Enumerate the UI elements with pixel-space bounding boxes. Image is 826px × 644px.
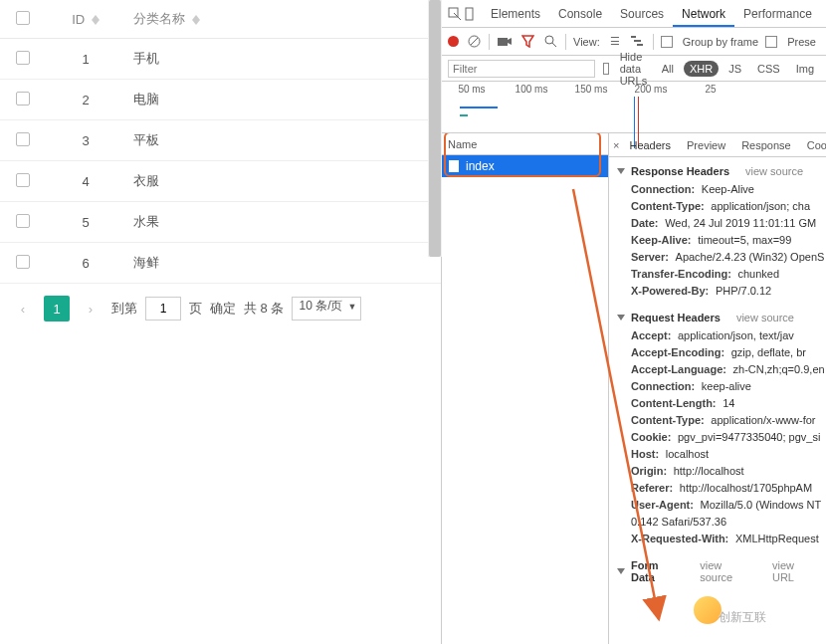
- devtools-tab-console[interactable]: Console: [549, 1, 611, 27]
- request-detail: × HeadersPreviewResponseCoo Response Hea…: [609, 133, 826, 644]
- confirm-button[interactable]: 确定: [210, 300, 236, 318]
- header-row: User-Agent: Mozilla/5.0 (Windows NT: [617, 497, 818, 514]
- header-row: Content-Length: 14: [617, 395, 818, 412]
- page-size-select[interactable]: 10 条/页: [292, 297, 361, 321]
- svg-rect-15: [637, 44, 643, 46]
- file-icon: [448, 159, 460, 173]
- row-checkbox[interactable]: [16, 255, 30, 269]
- svg-rect-8: [498, 38, 508, 46]
- detail-tab-headers[interactable]: Headers: [621, 135, 679, 155]
- request-item[interactable]: index: [442, 155, 608, 177]
- goto-page-input[interactable]: [145, 297, 181, 321]
- devtools-panel: ElementsConsoleSourcesNetworkPerformance…: [442, 0, 826, 644]
- header-row: Connection: keep-alive: [617, 378, 818, 395]
- detail-tab-preview[interactable]: Preview: [679, 135, 733, 155]
- table-row[interactable]: 3平板: [0, 120, 441, 161]
- devtools-tab-sources[interactable]: Sources: [611, 1, 673, 27]
- col-id: ID: [72, 12, 85, 27]
- row-checkbox[interactable]: [16, 51, 30, 65]
- admin-table-panel: ID 分类名称 1手机2电脑3平板4衣服5水果6海鲜: [0, 0, 442, 644]
- page-current[interactable]: 1: [44, 296, 70, 322]
- table-row[interactable]: 1手机: [0, 39, 441, 80]
- header-row: Referer: http://localhost/1705phpAM: [617, 480, 818, 497]
- header-row: Keep-Alive: timeout=5, max=99: [617, 232, 818, 249]
- type-filter-css[interactable]: CSS: [751, 61, 786, 77]
- svg-point-11: [545, 36, 553, 44]
- devtools-tab-network[interactable]: Network: [673, 1, 734, 27]
- svg-marker-1: [92, 20, 100, 25]
- group-checkbox[interactable]: [661, 36, 673, 48]
- type-filter-all[interactable]: All: [656, 61, 680, 77]
- preserve-checkbox[interactable]: [765, 36, 777, 48]
- devtools-tab-elements[interactable]: Elements: [482, 1, 549, 27]
- header-row: 0.142 Safari/537.36: [617, 514, 818, 531]
- svg-line-7: [471, 38, 478, 45]
- col-name: 分类名称: [133, 11, 185, 26]
- filter-bar: Hide data URLs AllXHRJSCSSImg: [442, 56, 826, 82]
- response-headers-section[interactable]: Response Headersview source: [617, 161, 818, 181]
- type-filter-xhr[interactable]: XHR: [684, 61, 719, 77]
- name-column: Name: [448, 138, 477, 150]
- watermark-text: 创新互联: [719, 609, 766, 626]
- header-row: Cookie: pgv_pvi=9477335040; pgv_si: [617, 429, 818, 446]
- list-view-icon[interactable]: ☰: [607, 34, 623, 50]
- header-row: Server: Apache/2.4.23 (Win32) OpenS: [617, 249, 818, 266]
- prev-page-button[interactable]: ‹: [10, 296, 36, 322]
- camera-icon[interactable]: [497, 34, 513, 50]
- header-row: Content-Type: application/json; cha: [617, 198, 818, 215]
- watermark-logo: [694, 596, 722, 624]
- devtools-tabbar: ElementsConsoleSourcesNetworkPerformance: [442, 0, 826, 28]
- header-row: X-Powered-By: PHP/7.0.12: [617, 283, 818, 300]
- detail-tab-coo[interactable]: Coo: [799, 135, 826, 155]
- header-row: Transfer-Encoding: chunked: [617, 266, 818, 283]
- search-icon[interactable]: [542, 34, 558, 50]
- svg-rect-13: [631, 36, 636, 38]
- header-row: Connection: Keep-Alive: [617, 181, 818, 198]
- type-filter-js[interactable]: JS: [723, 61, 747, 77]
- page-label: 页: [189, 300, 202, 318]
- header-row: Accept-Encoding: gzip, deflate, br: [617, 344, 818, 361]
- header-row: X-Requested-With: XMLHttpRequest: [617, 531, 818, 547]
- view-label: View:: [573, 36, 600, 48]
- device-icon[interactable]: [464, 3, 478, 25]
- devtools-tab-performance[interactable]: Performance: [734, 1, 821, 27]
- sort-icon[interactable]: [192, 15, 200, 25]
- waterfall-view-icon[interactable]: [630, 34, 646, 50]
- checkbox-all[interactable]: [16, 11, 30, 25]
- total-count: 共 8 条: [244, 300, 284, 318]
- svg-marker-10: [522, 36, 533, 47]
- detail-tab-response[interactable]: Response: [733, 135, 799, 155]
- table-row[interactable]: 6海鲜: [0, 243, 441, 284]
- next-page-button[interactable]: ›: [78, 296, 103, 322]
- header-row: Origin: http://localhost: [617, 463, 818, 480]
- sort-icon[interactable]: [92, 15, 100, 25]
- hide-urls-checkbox[interactable]: [603, 63, 609, 75]
- form-data-section[interactable]: Form Dataview sourceview URL: [617, 555, 818, 587]
- close-icon[interactable]: ×: [613, 139, 619, 151]
- table-row[interactable]: 5水果: [0, 202, 441, 243]
- row-checkbox[interactable]: [16, 173, 30, 187]
- header-row: Accept-Language: zh-CN,zh;q=0.9,en: [617, 361, 818, 378]
- header-row: Host: localhost: [617, 446, 818, 463]
- timeline[interactable]: 50 ms100 ms150 ms200 ms25: [442, 82, 826, 133]
- svg-marker-3: [192, 20, 200, 25]
- category-table: ID 分类名称 1手机2电脑3平板4衣服5水果6海鲜: [0, 0, 441, 284]
- table-row[interactable]: 4衣服: [0, 161, 441, 202]
- header-row: Accept: application/json, text/jav: [617, 327, 818, 344]
- goto-label: 到第: [111, 300, 137, 318]
- header-row: Date: Wed, 24 Jul 2019 11:01:11 GM: [617, 215, 818, 232]
- row-checkbox[interactable]: [16, 92, 30, 106]
- record-icon[interactable]: [448, 36, 459, 47]
- inspect-icon[interactable]: [448, 3, 462, 25]
- clear-icon[interactable]: [466, 34, 482, 50]
- filter-icon[interactable]: [519, 34, 535, 50]
- filter-input[interactable]: [448, 60, 595, 78]
- svg-line-12: [552, 43, 556, 47]
- pagination: ‹ 1 › 到第 页 确定 共 8 条 10 条/页: [0, 284, 441, 333]
- table-row[interactable]: 2电脑: [0, 80, 441, 120]
- type-filter-img[interactable]: Img: [790, 61, 820, 77]
- row-checkbox[interactable]: [16, 132, 30, 146]
- svg-rect-5: [466, 8, 473, 20]
- request-headers-section[interactable]: Request Headersview source: [617, 308, 818, 327]
- row-checkbox[interactable]: [16, 214, 30, 228]
